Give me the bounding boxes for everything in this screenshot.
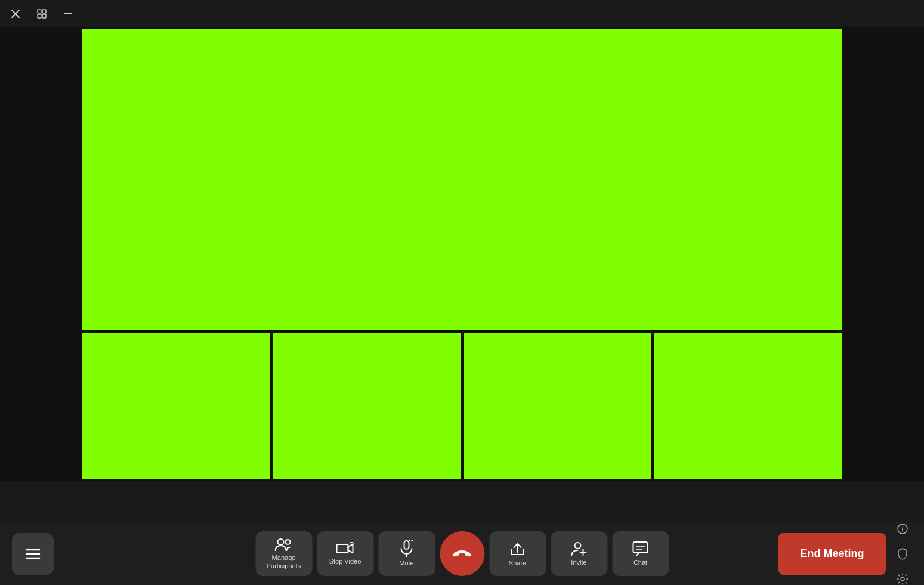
mute-button[interactable]: Mute bbox=[378, 531, 435, 576]
manage-participants-button[interactable]: Manage Participants bbox=[255, 531, 312, 576]
chat-icon bbox=[632, 541, 649, 556]
end-meeting-button[interactable]: End Meeting bbox=[778, 533, 886, 575]
info-icon[interactable] bbox=[893, 519, 912, 538]
minimize-button[interactable] bbox=[60, 5, 76, 22]
close-button[interactable] bbox=[7, 5, 24, 22]
svg-rect-2 bbox=[38, 10, 41, 13]
thumbnail-3[interactable] bbox=[462, 331, 653, 481]
thumbnail-4[interactable] bbox=[653, 331, 843, 481]
mic-icon bbox=[400, 540, 413, 557]
svg-rect-18 bbox=[633, 542, 648, 553]
mute-label: Mute bbox=[399, 559, 413, 567]
participants-icon bbox=[275, 537, 293, 552]
title-bar bbox=[0, 0, 924, 27]
manage-participants-label: Manage Participants bbox=[255, 554, 312, 569]
invite-button[interactable]: Invite bbox=[551, 531, 607, 576]
menu-button[interactable] bbox=[12, 533, 54, 575]
share-label: Share bbox=[509, 559, 526, 567]
chat-label: Chat bbox=[633, 559, 647, 566]
svg-point-11 bbox=[286, 540, 291, 544]
invite-label: Invite bbox=[571, 559, 586, 566]
thumbnail-1[interactable] bbox=[81, 331, 271, 481]
thumbnail-row bbox=[81, 331, 843, 481]
svg-point-23 bbox=[902, 526, 903, 527]
svg-rect-12 bbox=[337, 544, 348, 553]
svg-rect-13 bbox=[404, 541, 409, 549]
toolbar-left bbox=[12, 533, 54, 575]
toolbar-center: Manage Participants Stop Video bbox=[255, 531, 669, 576]
invite-icon bbox=[571, 541, 588, 556]
stop-video-label: Stop Video bbox=[329, 558, 361, 565]
toolbar-right: End Meeting bbox=[778, 519, 912, 586]
grid-button[interactable] bbox=[33, 5, 50, 22]
svg-point-15 bbox=[575, 543, 581, 549]
stop-video-button[interactable]: Stop Video bbox=[317, 531, 373, 576]
settings-icon[interactable] bbox=[893, 569, 912, 586]
share-icon bbox=[510, 540, 526, 557]
svg-rect-4 bbox=[38, 14, 41, 18]
video-area bbox=[0, 27, 924, 481]
video-icon bbox=[336, 542, 354, 555]
shield-icon[interactable] bbox=[893, 544, 912, 564]
svg-point-10 bbox=[278, 539, 284, 545]
end-call-button[interactable] bbox=[440, 531, 484, 576]
svg-rect-5 bbox=[42, 14, 46, 18]
toolbar: Manage Participants Stop Video bbox=[0, 522, 924, 585]
svg-rect-3 bbox=[42, 10, 46, 13]
thumbnail-2[interactable] bbox=[271, 331, 462, 481]
side-icons bbox=[893, 519, 912, 586]
main-video bbox=[81, 27, 843, 331]
chat-button[interactable]: Chat bbox=[612, 531, 669, 576]
svg-point-24 bbox=[901, 577, 904, 581]
share-button[interactable]: Share bbox=[489, 531, 546, 576]
